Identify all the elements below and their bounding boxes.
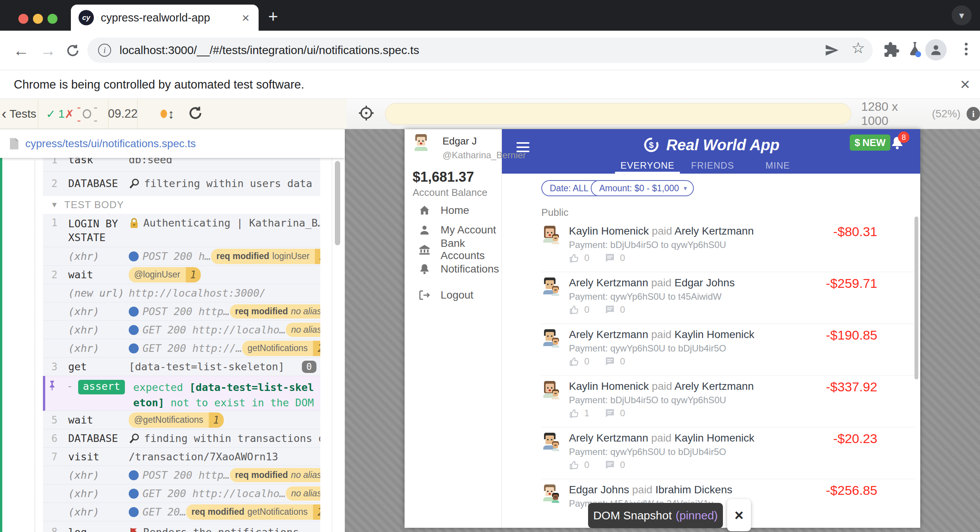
route-badge: no alias — [286, 323, 320, 337]
command-row-log[interactable]: 8 log Renders the notifications — [43, 521, 320, 532]
command-log-panel: cypress/tests/ui/notifications.spec.ts 1… — [0, 129, 345, 532]
xhr-dot-icon — [129, 489, 139, 499]
command-row-database[interactable]: 6 DATABASE finding within transactions d… — [43, 429, 320, 448]
sidebar-item-home[interactable]: Home — [405, 200, 502, 220]
command-message: GET 200 http://localho… — [129, 488, 286, 499]
tab-close-icon[interactable]: × — [240, 10, 251, 25]
circle-icon — [83, 109, 91, 118]
comment-icon[interactable] — [605, 304, 615, 315]
command-message: Authenticating | Katharina_B… — [129, 217, 320, 229]
new-tab-button[interactable]: + — [268, 7, 278, 26]
command-row-xhr[interactable]: (xhr) POST 200 h… req modifiedloginUser … — [43, 247, 320, 266]
share-icon[interactable] — [824, 42, 840, 60]
runner-address-bar[interactable] — [385, 103, 851, 125]
like-icon[interactable] — [569, 253, 580, 263]
site-info-icon[interactable]: i — [98, 44, 111, 57]
tab-friends[interactable]: FRIENDS — [680, 158, 745, 174]
command-name: get — [68, 361, 129, 373]
failed-stat[interactable]: ✗ -- — [65, 101, 83, 127]
snapshot-close-button[interactable]: × — [727, 499, 751, 531]
tab-everyone[interactable]: EVERYONE — [615, 158, 680, 174]
command-row-task[interactable]: 1 task db:seed — [43, 158, 320, 172]
command-row-xhr[interactable]: (xhr) GET 200 http://localho… no alias — [43, 484, 320, 503]
sender-avatar — [541, 484, 558, 501]
app-under-test: $ Real World App EVERYONE FRIENDS MINE $… — [405, 129, 920, 528]
command-row-xhr[interactable]: (xhr) GET 200 http://localho… no alias — [43, 321, 320, 339]
tab-mine[interactable]: MINE — [745, 158, 810, 174]
comment-icon[interactable] — [605, 356, 615, 367]
transaction-amount: -$256.85 — [826, 483, 877, 498]
command-row-database[interactable]: 2 DATABASE filtering within users data — [43, 172, 320, 195]
spec-path-link[interactable]: cypress/tests/ui/notifications.spec.ts — [25, 138, 196, 150]
transaction-row[interactable]: Arely Kertzmann paid Edgar Johns Payment… — [541, 272, 915, 324]
like-icon[interactable] — [569, 356, 580, 367]
like-icon[interactable] — [569, 460, 580, 470]
command-row-newurl[interactable]: (new url) http://localhost:3000/ — [43, 284, 320, 302]
restart-tests-button[interactable] — [187, 105, 203, 123]
command-row-xhr[interactable]: (xhr) POST 200 http… req modifiedno alia… — [43, 302, 320, 321]
command-row-assert-pinned[interactable]: - assert expected [data-test=list-skelet… — [43, 376, 320, 411]
banner-close-icon[interactable]: × — [960, 75, 970, 94]
window-close-button[interactable] — [18, 14, 28, 24]
window-zoom-button[interactable] — [48, 14, 57, 24]
sidebar-item-logout[interactable]: Logout — [405, 285, 502, 305]
extensions-icon[interactable] — [883, 41, 900, 60]
transaction-row[interactable]: Kaylin Homenick paid Arely Kertzmann Pay… — [541, 220, 915, 272]
command-message: [data-test=list-skeleton] — [129, 361, 284, 373]
auto-scroll-toggle[interactable]: ↕ — [161, 107, 174, 122]
back-to-tests-button[interactable]: ‹ Tests — [0, 99, 38, 129]
command-row-login[interactable]: 1 LOGIN BY XSTATE Authenticating | Katha… — [43, 214, 320, 247]
command-row-get[interactable]: 3 get [data-test=list-skeleton] 0 — [43, 358, 320, 376]
reload-icon[interactable] — [65, 43, 80, 60]
receiver-avatar — [551, 338, 560, 348]
command-row-xhr[interactable]: (xhr) GET 200 http://… getNotifications … — [43, 339, 320, 358]
tests-label: Tests — [10, 107, 36, 120]
passed-stat[interactable]: ✓ 1 — [46, 107, 65, 121]
transaction-row[interactable]: Arely Kertzmann paid Kaylin Homenick Pay… — [541, 324, 915, 376]
browser-menu-icon[interactable] — [958, 41, 975, 59]
person-icon — [418, 224, 431, 236]
viewport-info-icon[interactable]: i — [967, 107, 980, 121]
command-message: Renders the notifications — [129, 526, 299, 532]
transaction-detail: Payment: qywYp6hS0U to bDjUb4ir5O — [569, 447, 726, 457]
assert-message: expected [data-test=list-skeleton] not t… — [133, 380, 316, 410]
browser-tab[interactable]: cy cypress-realworld-app × — [71, 5, 259, 31]
forward-icon[interactable]: → — [40, 41, 56, 60]
transaction-row[interactable]: Kaylin Homenick paid Arely Kertzmann Pay… — [541, 376, 915, 427]
tab-search-icon[interactable]: ▾ — [952, 5, 972, 25]
feed-scrollbar[interactable] — [914, 217, 918, 379]
comment-icon[interactable] — [605, 408, 615, 419]
comment-icon[interactable] — [605, 253, 615, 263]
window-minimize-button[interactable] — [33, 14, 43, 24]
comment-icon[interactable] — [605, 460, 615, 470]
sender-avatar — [541, 226, 558, 243]
command-row-wait[interactable]: 5 wait @getNotifications 1 — [43, 411, 320, 429]
command-row-xhr[interactable]: (xhr) POST 200 http… req modifiedno alia… — [43, 466, 320, 484]
extension-flask-icon[interactable] — [906, 41, 924, 60]
section-test-body[interactable]: ▼ TEST BODY — [43, 195, 320, 214]
pending-stat[interactable]: -- — [83, 101, 100, 127]
sidebar-item-bank-accounts[interactable]: Bank Accounts — [405, 240, 502, 259]
selector-playground-button[interactable] — [357, 104, 375, 123]
panel-divider[interactable] — [332, 129, 332, 532]
bookmark-star-icon[interactable]: ☆ — [851, 39, 865, 57]
test-duration: 09.22 — [108, 99, 138, 129]
profile-avatar-icon[interactable] — [925, 39, 947, 61]
command-row-xhr[interactable]: (xhr) GET 20… req modifiedgetNotificatio… — [43, 503, 320, 521]
transaction-row[interactable]: Arely Kertzmann paid Kaylin Homenick Pay… — [541, 427, 915, 479]
like-icon[interactable] — [569, 408, 580, 419]
reporter-scrollbar[interactable] — [335, 161, 340, 245]
like-icon[interactable] — [569, 304, 580, 315]
lock-icon — [129, 217, 139, 229]
back-icon[interactable]: ← — [13, 41, 29, 60]
pin-icon[interactable] — [45, 380, 57, 394]
command-row-visit[interactable]: 7 visit /transaction/7XaoAWOrn13 — [43, 448, 320, 466]
sidebar-item-notifications[interactable]: Notifications — [405, 259, 502, 279]
address-bar[interactable]: i localhost:3000/__/#/tests/integration/… — [87, 38, 873, 63]
updown-arrow-icon: ↕ — [168, 107, 174, 122]
amount-filter-chip[interactable]: Amount: $0 - $1,000 ▾ — [591, 180, 694, 196]
new-transaction-button[interactable]: $NEW — [850, 135, 890, 151]
transaction-amount: -$259.71 — [826, 276, 877, 291]
notifications-bell-button[interactable]: 8 — [890, 135, 906, 152]
command-row-wait[interactable]: 2 wait @loginUser 1 — [43, 266, 320, 284]
